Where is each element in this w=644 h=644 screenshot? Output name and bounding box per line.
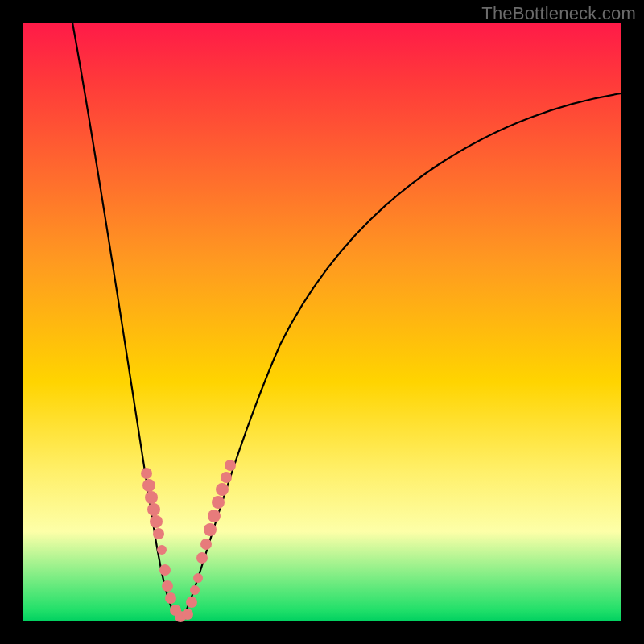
bead-marker (212, 496, 225, 509)
bead-marker (221, 472, 232, 483)
watermark-text: TheBottleneck.com (481, 3, 636, 24)
bead-marker (162, 580, 173, 592)
bead-marker (157, 545, 167, 555)
bead-marker (150, 515, 163, 528)
bead-marker (208, 510, 221, 522)
bead-marker (225, 460, 236, 471)
bead-marker (186, 597, 197, 608)
bead-marker (153, 528, 164, 539)
bead-marker (165, 592, 176, 604)
bead-marker (159, 564, 171, 576)
bead-marker (147, 503, 160, 516)
left-curve (72, 23, 180, 618)
curve-overlay (23, 23, 621, 621)
bead-marker (196, 552, 208, 564)
right-curve (180, 93, 621, 618)
chart-area (23, 23, 621, 621)
bead-marker (190, 585, 200, 595)
beads-left-group (141, 468, 186, 622)
bead-marker (193, 573, 203, 583)
bead-marker (182, 609, 193, 620)
bead-marker (145, 491, 158, 504)
bead-marker (204, 523, 217, 536)
bead-marker (142, 479, 155, 492)
bead-marker (141, 468, 152, 479)
bead-marker (216, 483, 229, 496)
bead-marker (200, 539, 212, 550)
